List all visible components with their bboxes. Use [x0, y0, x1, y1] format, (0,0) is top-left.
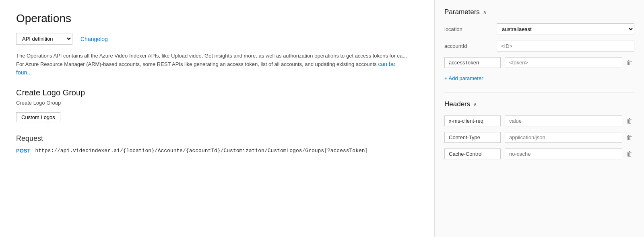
accountid-label: accountId — [444, 43, 493, 49]
header-value-cache-control[interactable] — [505, 148, 622, 159]
location-select[interactable]: australiaeast eastus westus westeurope n… — [497, 23, 634, 35]
toolbar: API definition Swagger 2.0 OpenAPI 3.0 C… — [16, 33, 418, 45]
left-panel: Operations API definition Swagger 2.0 Op… — [0, 0, 435, 237]
header-delete-xms-icon[interactable]: 🗑 — [626, 117, 634, 125]
headers-title: Headers — [444, 100, 470, 108]
access-token-input[interactable] — [505, 57, 622, 68]
access-token-row: accessToken 🗑 — [444, 57, 634, 68]
divider — [444, 93, 634, 93]
parameters-title: Parameters — [444, 8, 480, 16]
header-delete-cache-control-icon[interactable]: 🗑 — [626, 150, 634, 158]
custom-logos-tag[interactable]: Custom Logos — [16, 112, 60, 122]
access-token-key: accessToken — [444, 57, 501, 68]
header-row-xms: x-ms-client-req 🗑 — [444, 115, 634, 126]
header-value-content-type[interactable] — [505, 132, 622, 143]
location-label: location — [444, 26, 493, 32]
changelog-link[interactable]: Changelog — [80, 36, 108, 42]
headers-header: Headers ∧ — [444, 100, 634, 108]
request-section: Request POST https://api.videoindexer.ai… — [16, 134, 418, 154]
parameters-collapse-icon[interactable]: ∧ — [483, 9, 487, 15]
param-row-location: location australiaeast eastus westus wes… — [444, 23, 634, 35]
add-parameter-button[interactable]: + Add parameter — [444, 74, 483, 83]
param-row-accountid: accountId — [444, 41, 634, 52]
parameters-header: Parameters ∧ — [444, 8, 634, 16]
accountid-input[interactable] — [497, 41, 634, 52]
create-logo-group-title: Create Logo Group — [16, 88, 418, 97]
header-row-cache-control: Cache-Control 🗑 — [444, 148, 634, 159]
api-definition-select[interactable]: API definition Swagger 2.0 OpenAPI 3.0 — [16, 33, 72, 45]
header-delete-content-type-icon[interactable]: 🗑 — [626, 134, 634, 141]
request-url: https://api.videoindexer.ai/{location}/A… — [35, 148, 368, 154]
page-title: Operations — [16, 12, 418, 25]
request-url-row: POST https://api.videoindexer.ai/{locati… — [16, 148, 418, 154]
header-key-content-type: Content-Type — [444, 132, 501, 143]
header-key-cache-control: Cache-Control — [444, 148, 501, 159]
headers-collapse-icon[interactable]: ∧ — [473, 101, 477, 107]
header-row-content-type: Content-Type 🗑 — [444, 132, 634, 143]
header-value-xms[interactable] — [505, 115, 622, 126]
access-token-delete-icon[interactable]: 🗑 — [626, 59, 634, 66]
header-key-xms: x-ms-client-req — [444, 115, 501, 126]
description-link[interactable]: can be foun... — [16, 61, 395, 76]
request-title: Request — [16, 134, 418, 143]
right-panel: Parameters ∧ location australiaeast east… — [435, 0, 644, 237]
method-badge: POST — [16, 148, 30, 154]
create-logo-group-subtitle: Create Logo Group — [16, 100, 418, 106]
description-text: The Operations API contains all the Azur… — [16, 52, 411, 77]
